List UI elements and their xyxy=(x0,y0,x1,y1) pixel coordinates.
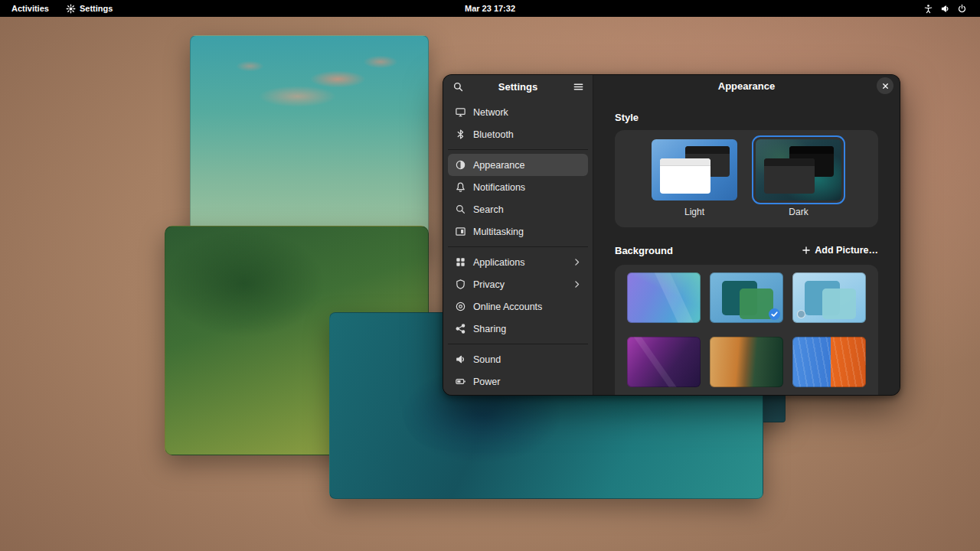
sidebar-item-sharing[interactable]: Sharing xyxy=(448,318,588,340)
add-picture-button[interactable]: Add Picture… xyxy=(802,245,878,256)
background-chooser-card xyxy=(615,265,878,395)
clock-button[interactable]: Mar 23 17:32 xyxy=(458,2,522,15)
add-picture-label: Add Picture… xyxy=(815,245,878,256)
bluetooth-icon xyxy=(454,129,466,141)
sidebar-item-power[interactable]: Power xyxy=(448,370,588,393)
separator xyxy=(448,344,588,344)
sidebar-item-label: Notifications xyxy=(473,182,525,193)
volume-icon xyxy=(940,4,950,14)
online-accounts-icon xyxy=(454,301,466,313)
wallpaper-thumb-adwaita-day[interactable] xyxy=(710,272,783,323)
sidebar-item-notifications[interactable]: Notifications xyxy=(448,176,588,198)
separator xyxy=(448,149,588,150)
light-style-preview xyxy=(652,139,737,201)
search-icon xyxy=(454,204,466,216)
sidebar-item-label: Multitasking xyxy=(473,227,524,237)
chevron-right-icon xyxy=(572,257,582,267)
appearance-icon xyxy=(454,159,466,171)
clock-label: Mar 23 17:32 xyxy=(465,4,515,13)
wallpaper-image-sky xyxy=(190,35,429,253)
share-icon xyxy=(454,323,466,335)
top-bar: Activities Settings Mar 23 17:32 xyxy=(0,0,980,17)
sidebar-item-appearance[interactable]: Appearance xyxy=(448,154,588,176)
sidebar-nav: Network Bluetooth Appearanc xyxy=(443,98,593,396)
gear-icon xyxy=(66,4,76,14)
dark-style-preview xyxy=(756,139,841,201)
search-button[interactable] xyxy=(449,77,467,96)
sidebar-item-multitasking[interactable]: Multitasking xyxy=(448,220,588,243)
sidebar-item-label: Power xyxy=(473,377,500,387)
hamburger-menu-icon xyxy=(573,81,584,93)
style-option-light[interactable]: Light xyxy=(652,139,737,217)
chevron-right-icon xyxy=(572,279,582,289)
sidebar-item-label: Privacy xyxy=(473,279,505,290)
sidebar-item-label: Appearance xyxy=(473,160,524,171)
sidebar-item-label: Network xyxy=(473,107,508,118)
search-icon xyxy=(452,81,464,93)
sidebar-item-label: Search xyxy=(473,204,504,215)
network-icon xyxy=(454,106,466,119)
style-option-dark[interactable]: Dark xyxy=(756,139,841,217)
settings-sidebar: Settings Network xyxy=(443,75,593,395)
sidebar-item-online-accounts[interactable]: Online Accounts xyxy=(448,295,588,318)
style-selector-card: Light Dark xyxy=(615,130,878,227)
sidebar-item-network[interactable]: Network xyxy=(448,101,588,123)
close-icon xyxy=(881,82,890,90)
battery-icon xyxy=(454,376,466,388)
plus-icon xyxy=(802,246,811,255)
activities-button[interactable]: Activities xyxy=(5,2,56,15)
appearance-content: Style Light Dark xyxy=(593,96,900,395)
preview-front-window xyxy=(764,158,815,194)
primary-menu-button[interactable] xyxy=(569,77,587,96)
speaker-icon xyxy=(454,354,466,366)
sidebar-item-label: Sound xyxy=(473,354,501,365)
wallpaper-thumb-adwaita-light[interactable] xyxy=(792,272,866,323)
sidebar-item-applications[interactable]: Applications xyxy=(448,251,588,273)
power-icon xyxy=(957,4,967,14)
background-section-header: Background Add Picture… xyxy=(615,243,878,258)
dark-style-label: Dark xyxy=(789,207,808,217)
activities-label: Activities xyxy=(11,4,49,13)
sidebar-item-bluetooth[interactable]: Bluetooth xyxy=(448,123,588,145)
appearance-panel: Appearance Style Light xyxy=(593,75,900,395)
sidebar-item-privacy[interactable]: Privacy xyxy=(448,273,588,295)
multitasking-icon xyxy=(454,226,466,238)
privacy-shield-icon xyxy=(454,279,466,291)
sidebar-headerbar: Settings xyxy=(443,75,593,98)
variant-radio-icon[interactable] xyxy=(797,310,805,318)
settings-window: Settings Network xyxy=(443,74,900,396)
system-menu-button[interactable] xyxy=(916,2,974,15)
light-style-label: Light xyxy=(684,207,704,217)
style-section-heading: Style xyxy=(615,112,878,123)
app-menu-button[interactable]: Settings xyxy=(59,2,119,15)
sidebar-item-sound[interactable]: Sound xyxy=(448,348,588,370)
bell-icon xyxy=(454,181,466,194)
sidebar-item-search[interactable]: Search xyxy=(448,198,588,220)
wallpaper-thumb-orange-green[interactable] xyxy=(710,337,783,387)
thumb-shape xyxy=(822,289,856,319)
separator xyxy=(448,246,588,247)
window-close-button[interactable] xyxy=(877,77,893,94)
sidebar-item-label: Bluetooth xyxy=(473,129,514,140)
background-section-heading: Background xyxy=(615,245,673,256)
preview-front-window xyxy=(660,158,710,194)
wallpaper-thumb-purple-dark[interactable] xyxy=(627,337,701,387)
content-headerbar: Appearance xyxy=(593,75,900,96)
accessibility-icon xyxy=(923,4,933,14)
applications-grid-icon xyxy=(454,256,466,269)
wallpaper-grid xyxy=(627,272,866,387)
app-menu-label: Settings xyxy=(80,4,113,13)
sidebar-item-label: Sharing xyxy=(473,324,506,334)
sidebar-item-label: Online Accounts xyxy=(473,302,542,312)
wallpaper-thumb-purple-geometric[interactable] xyxy=(627,272,701,323)
wallpaper-thumb-blue-orange[interactable] xyxy=(792,337,866,387)
selected-check-icon xyxy=(769,308,780,320)
panel-title: Appearance xyxy=(718,80,775,92)
sidebar-item-label: Applications xyxy=(473,257,524,268)
